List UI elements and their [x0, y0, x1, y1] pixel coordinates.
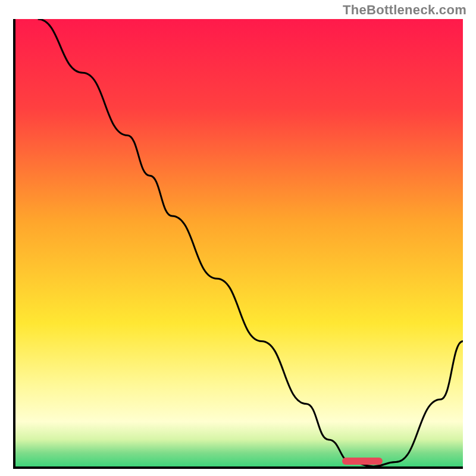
- watermark-text: TheBottleneck.com: [343, 2, 466, 18]
- bottleneck-curve: [15, 19, 463, 466]
- chart-container: TheBottleneck.com: [0, 0, 476, 476]
- plot-area: [13, 19, 463, 469]
- optimum-marker: [342, 458, 383, 465]
